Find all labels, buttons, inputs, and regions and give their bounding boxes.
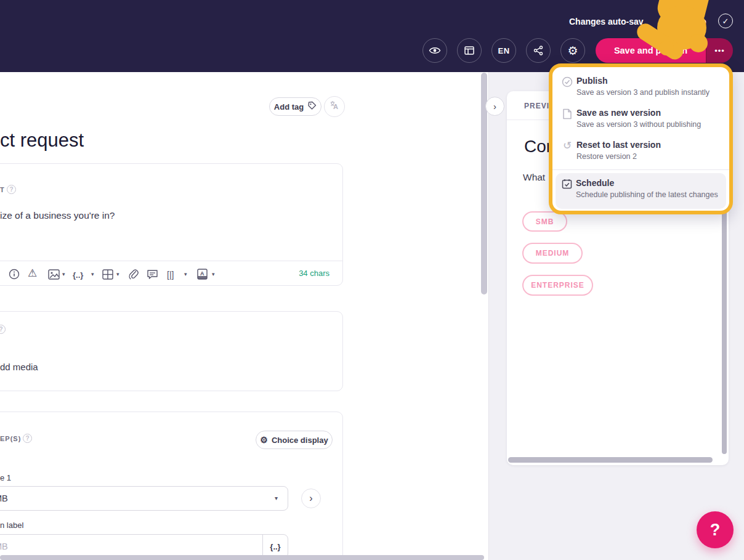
steps-help-icon[interactable]: ?	[23, 434, 32, 443]
language-button[interactable]: EN	[491, 38, 516, 63]
menu-divider	[552, 169, 729, 170]
language-label: EN	[498, 46, 509, 55]
help-glyph: ?	[0, 326, 3, 333]
chevron-right-icon: ›	[309, 493, 312, 503]
button-label-placeholder: MB	[0, 542, 8, 551]
tag-icon	[307, 101, 317, 112]
info-icon[interactable]	[9, 267, 20, 280]
question-text[interactable]: ize of a business you're in?	[0, 210, 115, 221]
preview-horizontal-scrollbar[interactable]	[508, 457, 713, 463]
menu-item-schedule[interactable]: Schedule Schedule publishing of the late…	[556, 173, 726, 209]
preview-pill-medium[interactable]: MEDIUM	[522, 243, 583, 264]
char-count: 34 chars	[269, 269, 330, 278]
svg-text:A: A	[200, 270, 204, 277]
question-help-icon[interactable]: ?	[7, 185, 16, 194]
menu-item-title: Save as new version	[576, 108, 661, 118]
steps-card-label: EP(S)	[0, 435, 21, 442]
check-circle-icon	[562, 76, 573, 87]
preview-eye-button[interactable]	[423, 38, 447, 63]
table-icon[interactable]	[102, 267, 113, 280]
menu-item-title: Publish	[576, 76, 608, 86]
choice-display-button[interactable]: ⚙ Choice display	[256, 431, 333, 449]
variables-caret-icon[interactable]: ▾	[91, 271, 94, 277]
menu-item-description: Save as version 3 and publish instantly	[576, 88, 710, 97]
menu-item-title: Schedule	[576, 178, 614, 188]
menu-item-reset[interactable]: ↺ Reset to last version Restore version …	[556, 140, 726, 168]
media-card	[0, 311, 343, 391]
choice-select[interactable]: MB ▾	[0, 486, 288, 511]
autosave-status-right: ago	[691, 17, 706, 26]
image-caret-icon[interactable]: ▾	[62, 271, 65, 277]
choice-display-gear-icon: ⚙	[260, 435, 268, 445]
menu-item-save-version[interactable]: Save as new version Save as version 3 wi…	[556, 108, 726, 136]
next-choice-button[interactable]: ›	[301, 489, 321, 508]
calendar-check-icon	[561, 179, 572, 190]
toolbar-divider	[0, 261, 343, 261]
variables-icon[interactable]: {..}	[73, 267, 83, 280]
warning-icon[interactable]: ⚠	[28, 267, 37, 280]
pane-divider	[488, 72, 489, 560]
add-tag-label: Add tag	[274, 102, 304, 112]
comment-icon[interactable]	[147, 267, 158, 280]
translate-button[interactable]: A	[324, 96, 345, 117]
document-icon	[562, 108, 573, 120]
layout-button[interactable]	[457, 38, 482, 63]
check-glyph: ✓	[722, 17, 729, 26]
preview-heading: Cor	[524, 137, 552, 156]
help-glyph: ?	[25, 435, 29, 442]
app-screen: Changes auto-sav ago ✓ EN ⚙ Save and pub…	[0, 0, 744, 560]
attachment-icon[interactable]	[128, 267, 139, 280]
help-glyph: ?	[9, 186, 13, 193]
help-button[interactable]: ?	[697, 511, 734, 548]
menu-item-publish[interactable]: Publish Save as version 3 and publish in…	[556, 76, 726, 104]
more-options-button[interactable]: •••	[706, 38, 733, 63]
main-horizontal-scrollbar[interactable]	[0, 555, 484, 560]
menu-item-description: Schedule publishing of the latest change…	[576, 190, 718, 199]
collapse-preview-button[interactable]: ›	[485, 97, 504, 116]
brackets-icon[interactable]: [|]	[167, 267, 174, 280]
share-icon	[533, 46, 543, 55]
add-tag-button[interactable]: Add tag	[269, 97, 321, 116]
choice-label: e 1	[0, 473, 11, 482]
autosave-check-icon: ✓	[718, 14, 733, 28]
image-icon[interactable]	[48, 267, 60, 280]
choice-select-value: MB	[0, 493, 8, 503]
library-icon[interactable]: A	[197, 267, 208, 280]
library-caret-icon[interactable]: ▾	[212, 271, 215, 277]
layout-icon	[464, 46, 474, 55]
save-and-publish-button[interactable]: Save and publish	[596, 38, 706, 63]
menu-item-description: Save as version 3 without publishing	[576, 120, 701, 129]
undo-icon: ↺	[562, 140, 573, 152]
brackets-caret-icon[interactable]: ▾	[184, 271, 187, 277]
survey-title[interactable]: ct request	[0, 129, 84, 152]
preview-question-text: What	[523, 172, 545, 183]
gear-icon: ⚙	[567, 44, 578, 58]
menu-item-title: Reset to last version	[576, 140, 661, 150]
eye-icon	[429, 46, 441, 55]
button-label-label: n label	[0, 521, 23, 530]
preview-pill-enterprise[interactable]: ENTERPRISE	[522, 275, 593, 296]
select-caret-icon: ▾	[275, 495, 278, 501]
share-button[interactable]	[526, 38, 551, 63]
autosave-status-left: Changes auto-sav	[569, 17, 644, 26]
save-options-menu: Publish Save as version 3 and publish in…	[549, 63, 733, 214]
settings-button[interactable]: ⚙	[560, 38, 585, 63]
table-caret-icon[interactable]: ▾	[116, 271, 119, 277]
add-media-link[interactable]: dd media	[0, 362, 38, 372]
top-header-bar: Changes auto-sav ago ✓ EN ⚙ Save and pub…	[0, 0, 744, 72]
question-card-label: T	[0, 186, 5, 193]
translate-icon: A	[330, 100, 340, 113]
choice-display-label: Choice display	[272, 436, 328, 445]
chevron-right-icon: ›	[493, 101, 496, 112]
menu-item-description: Restore version 2	[576, 152, 637, 161]
